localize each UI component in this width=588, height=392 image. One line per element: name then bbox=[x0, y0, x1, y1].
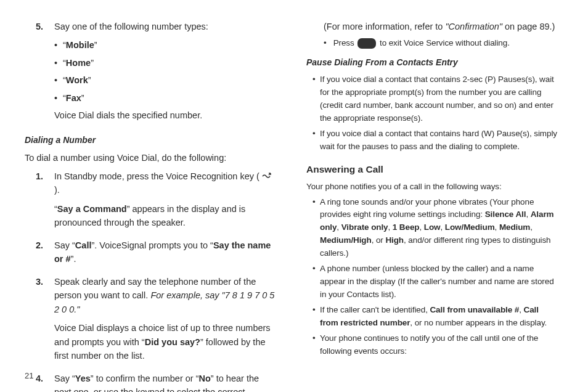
list-item-5: 5. Say one of the following number types… bbox=[25, 20, 277, 128]
answer-bullet-4: Your phone continues to notify you of th… bbox=[320, 332, 558, 358]
step-body: Say one of the following number types: •… bbox=[54, 20, 277, 128]
left-column: 5. Say one of the following number types… bbox=[25, 20, 277, 376]
bullet-icon: • bbox=[54, 38, 63, 52]
bullet-icon: • bbox=[54, 73, 63, 87]
number-type-list: •“Mobile” •“Home” •“Work” •“Fax” bbox=[54, 38, 277, 105]
step2-text: Say “Call”. VoiceSignal prompts you to “… bbox=[54, 239, 277, 266]
list-item-3: 3. Speak clearly and say the telephone n… bbox=[25, 275, 277, 368]
step4-text: Say “Yes” to confirm the number or “No” … bbox=[54, 372, 277, 392]
voice-recognition-icon bbox=[262, 172, 272, 181]
list-item: •If you voice dial a contact that contai… bbox=[312, 128, 558, 153]
list-item-2: 2. Say “Call”. VoiceSignal prompts you t… bbox=[25, 239, 277, 271]
two-column-layout: 5. Say one of the following number types… bbox=[25, 20, 558, 376]
bullet-icon: • bbox=[312, 196, 320, 261]
answering-a-call-heading: Answering a Call bbox=[306, 162, 558, 177]
step-number: 1. bbox=[36, 169, 54, 235]
pause-bullets: •If you voice dial a contact that contai… bbox=[306, 73, 558, 153]
list-item: •If you voice dial a contact that contai… bbox=[312, 73, 558, 125]
list-item-1: 1. In Standby mode, press the Voice Reco… bbox=[25, 169, 277, 235]
list-item: •Your phone continues to notify you of t… bbox=[312, 332, 558, 358]
answer-intro: Your phone notifies you of a call in the… bbox=[306, 181, 558, 194]
continuation-block: (For more information, refer to "Confirm… bbox=[306, 20, 558, 50]
bullet-icon: • bbox=[54, 91, 63, 105]
press-exit-line: • Press to exit Voice Service without di… bbox=[324, 37, 558, 50]
type-home: Home bbox=[66, 58, 91, 68]
list-item: •“Mobile” bbox=[54, 38, 277, 52]
answer-bullet-2: A phone number (unless blocked by the ca… bbox=[320, 263, 558, 301]
step-number: 3. bbox=[36, 275, 54, 368]
answer-bullet-1: A ring tone sounds and/or your phone vib… bbox=[320, 196, 558, 261]
pause-dialing-heading: Pause Dialing From a Contacts Entry bbox=[306, 56, 558, 70]
page-number: 21 bbox=[25, 370, 33, 382]
answer-bullet-3: If the caller can't be identified, Call … bbox=[320, 304, 558, 330]
bullet-icon: • bbox=[54, 56, 63, 70]
step-intro: Say one of the following number types: bbox=[54, 20, 277, 33]
pause-bullet-2: If you voice dial a contact that contain… bbox=[320, 128, 558, 153]
bullet-icon: • bbox=[312, 332, 320, 358]
more-info-text: (For more information, refer to "Confirm… bbox=[324, 20, 558, 33]
list-item: •“Home” bbox=[54, 56, 277, 70]
type-mobile: Mobile bbox=[66, 40, 94, 50]
bullet-icon: • bbox=[312, 263, 320, 301]
step3-line2: Voice Dial displays a choice list of up … bbox=[54, 321, 277, 362]
list-item: •“Fax” bbox=[54, 91, 277, 105]
bullet-icon: • bbox=[312, 128, 320, 153]
step-number: 5. bbox=[36, 20, 54, 128]
pause-bullet-1: If you voice dial a contact that contain… bbox=[320, 73, 558, 125]
right-column: (For more information, refer to "Confirm… bbox=[306, 20, 558, 376]
bullet-icon: • bbox=[312, 73, 320, 125]
answer-bullets: • A ring tone sounds and/or your phone v… bbox=[306, 196, 558, 358]
list-item: •“Work” bbox=[54, 73, 277, 87]
step1-line1: In Standby mode, press the Voice Recogni… bbox=[54, 169, 277, 197]
bullet-icon: • bbox=[312, 304, 320, 330]
dialing-intro: To dial a number using Voice Dial, do th… bbox=[25, 151, 277, 165]
step-body: Say “Yes” to confirm the number or “No” … bbox=[54, 372, 277, 392]
bullet-icon: • bbox=[324, 37, 331, 50]
step-body: Speak clearly and say the telephone numb… bbox=[54, 275, 277, 368]
dialing-a-number-heading: Dialing a Number bbox=[25, 134, 277, 147]
type-work: Work bbox=[66, 75, 88, 85]
type-fax: Fax bbox=[66, 93, 81, 103]
step3-line1: Speak clearly and say the telephone numb… bbox=[54, 275, 277, 316]
step-body: In Standby mode, press the Voice Recogni… bbox=[54, 169, 277, 235]
manual-page: 5. Say one of the following number types… bbox=[0, 0, 588, 392]
step1-line2: “Say a Command” appears in the display a… bbox=[54, 202, 277, 230]
end-key-icon bbox=[357, 38, 376, 49]
step-body: Say “Call”. VoiceSignal prompts you to “… bbox=[54, 239, 277, 271]
list-item-4: 4. Say “Yes” to confirm the number or “N… bbox=[25, 372, 277, 392]
step-number: 4. bbox=[36, 372, 54, 392]
list-item: • If the caller can't be identified, Cal… bbox=[312, 304, 558, 330]
list-item: •A phone number (unless blocked by the c… bbox=[312, 263, 558, 301]
step-number: 2. bbox=[36, 239, 54, 271]
list-item: • A ring tone sounds and/or your phone v… bbox=[312, 196, 558, 261]
step-outro: Voice Dial dials the specified number. bbox=[54, 108, 277, 122]
